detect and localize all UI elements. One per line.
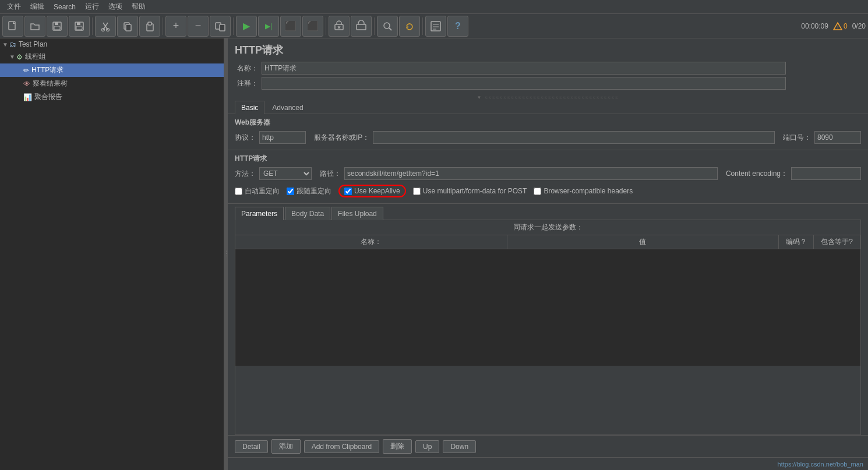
main-layout: ▼ 🗂 Test Plan ▼ ⚙ 线程组 ▶ ✏ HTTP请求 ▶ 👁 察看结… <box>0 38 868 470</box>
sub-tab-bodydata[interactable]: Body Data <box>285 207 330 220</box>
follow-redirect-input[interactable] <box>287 188 294 195</box>
statusbar: https://blog.csdn.net/bob_man <box>228 457 868 470</box>
name-row-area: 名称： 注释： <box>228 59 868 94</box>
toolbar-clear-btn[interactable] <box>329 16 350 37</box>
viewtree-label: 察看结果树 <box>33 79 68 89</box>
toolbar-reset-btn[interactable] <box>399 16 420 37</box>
http-request-title: HTTP请求 <box>235 154 861 164</box>
toolbar-sep-1 <box>92 17 93 35</box>
browser-headers-label: Browser-compatible headers <box>544 187 633 195</box>
server-input[interactable] <box>373 131 775 144</box>
port-label: 端口号： <box>783 133 811 143</box>
web-server-title: Web服务器 <box>235 118 861 128</box>
path-input[interactable] <box>344 167 718 180</box>
comment-input[interactable] <box>262 77 786 90</box>
follow-redirect-checkbox[interactable]: 跟随重定向 <box>287 186 331 196</box>
sub-tab-parameters[interactable]: Parameters <box>235 207 284 220</box>
auto-redirect-input[interactable] <box>235 188 242 195</box>
multipart-checkbox[interactable]: Use multipart/form-data for POST <box>413 187 527 195</box>
auto-redirect-checkbox[interactable]: 自动重定向 <box>235 186 280 196</box>
delete-btn[interactable]: 删除 <box>383 439 412 454</box>
aggregatereport-icon: 📊 <box>23 93 32 101</box>
protocol-input[interactable] <box>259 131 306 144</box>
warning-badge: ! 0 <box>833 22 848 31</box>
sidebar-item-threadgroup[interactable]: ▼ ⚙ 线程组 <box>0 50 224 63</box>
svg-rect-2 <box>55 22 58 25</box>
menu-search[interactable]: Search <box>49 2 80 12</box>
menubar: 文件 编辑 Search 运行 选项 帮助 <box>0 0 868 14</box>
up-btn[interactable]: Up <box>415 440 439 453</box>
sidebar-item-testplan[interactable]: ▼ 🗂 Test Plan <box>0 38 224 50</box>
toolbar-paste-btn[interactable] <box>139 16 160 37</box>
svg-point-22 <box>384 23 390 29</box>
toolbar-sep-3 <box>233 17 234 35</box>
browser-headers-input[interactable] <box>534 188 541 195</box>
testplan-label: Test Plan <box>19 40 47 48</box>
svg-rect-0 <box>9 22 15 30</box>
follow-redirect-label: 跟随重定向 <box>297 186 331 196</box>
svg-rect-21 <box>357 24 366 30</box>
toolbar-sep-5 <box>374 17 375 35</box>
page-title: HTTP请求 <box>228 38 868 59</box>
progress-display: 0/20 <box>852 22 866 30</box>
statusbar-url: https://blog.csdn.net/bob_man <box>778 461 863 468</box>
horizontal-resizer[interactable]: ▼ ≈≈≈≈≈≈≈≈≈≈≈≈≈≈≈≈≈≈≈≈≈≈≈≈≈≈≈≈≈≈≈≈≈≈≈≈ <box>228 94 868 100</box>
add-clipboard-btn[interactable]: Add from Clipboard <box>304 440 379 453</box>
toolbar-cut-btn[interactable] <box>95 16 116 37</box>
menu-file[interactable]: 文件 <box>2 1 26 13</box>
sidebar-item-aggregatereport[interactable]: ▶ 📊 聚合报告 <box>0 90 224 104</box>
tab-basic[interactable]: Basic <box>235 101 264 114</box>
httprequest-label: HTTP请求 <box>31 65 63 75</box>
svg-rect-15 <box>148 22 151 25</box>
toolbar-saveas-btn[interactable]: + <box>69 16 90 37</box>
toolbar-stopnow-btn[interactable]: ⬛ <box>302 16 323 37</box>
sidebar-item-viewtree[interactable]: ▶ 👁 察看结果树 <box>0 77 224 90</box>
toolbar-run-btn[interactable]: ▶ <box>236 16 257 37</box>
keepalive-input[interactable] <box>344 188 352 195</box>
svg-rect-24 <box>431 22 440 31</box>
sidebar-item-httprequest[interactable]: ▶ ✏ HTTP请求 <box>0 63 224 77</box>
path-label: 路径： <box>320 169 341 179</box>
toolbar-run-select-btn[interactable]: ▶| <box>258 16 279 37</box>
col-header-value: 值 <box>507 235 779 249</box>
multipart-input[interactable] <box>413 188 421 195</box>
port-input[interactable] <box>814 131 861 144</box>
toolbar-remove-btn[interactable]: − <box>188 16 209 37</box>
method-path-row: 方法： GET POST PUT DELETE HEAD OPTIONS PAT… <box>235 167 861 180</box>
keepalive-checkbox[interactable]: Use KeepAlive <box>344 187 400 195</box>
down-btn[interactable]: Down <box>443 440 476 453</box>
add-btn[interactable]: 添加 <box>271 439 301 454</box>
detail-btn[interactable]: Detail <box>235 440 268 453</box>
toolbar-stop-btn[interactable]: ⬛ <box>280 16 301 37</box>
toolbar-copy-btn[interactable] <box>117 16 138 37</box>
tab-advanced[interactable]: Advanced <box>266 101 309 114</box>
col-header-include: 包含等于? <box>814 235 860 249</box>
params-columns: 名称： 值 编码？ 包含等于? <box>235 235 860 249</box>
svg-rect-17 <box>220 24 225 31</box>
expand-arrow-testplan: ▼ <box>2 41 8 48</box>
web-server-section: Web服务器 协议： 服务器名称或IP： 端口号： <box>228 114 868 150</box>
encoding-input[interactable] <box>791 167 861 180</box>
menu-edit[interactable]: 编辑 <box>26 1 49 13</box>
toolbar-function-btn[interactable] <box>425 16 446 37</box>
name-input[interactable] <box>262 62 786 75</box>
method-select[interactable]: GET POST PUT DELETE HEAD OPTIONS PATCH <box>259 167 312 180</box>
menu-help[interactable]: 帮助 <box>127 1 150 13</box>
toolbar-save-btn[interactable] <box>47 16 68 37</box>
name-label: 名称： <box>235 63 258 73</box>
toolbar-clearall-btn[interactable] <box>351 16 372 37</box>
menu-run[interactable]: 运行 <box>80 1 104 13</box>
params-body <box>235 249 860 366</box>
sub-tab-filesupload[interactable]: Files Upload <box>331 207 383 220</box>
toolbar-browse-btn[interactable] <box>377 16 398 37</box>
sub-tabs: Parameters Body Data Files Upload <box>228 204 868 220</box>
menu-options[interactable]: 选项 <box>104 1 127 13</box>
toolbar-open-btn[interactable] <box>24 16 45 37</box>
toolbar-help-btn[interactable]: ? <box>447 16 468 37</box>
encoding-label: Content encoding： <box>726 169 788 179</box>
comment-label: 注释： <box>235 79 258 89</box>
toolbar-duplicate-btn[interactable] <box>210 16 231 37</box>
browser-headers-checkbox[interactable]: Browser-compatible headers <box>534 187 633 195</box>
toolbar-new-btn[interactable] <box>2 16 23 37</box>
toolbar-add-btn[interactable]: + <box>165 16 186 37</box>
